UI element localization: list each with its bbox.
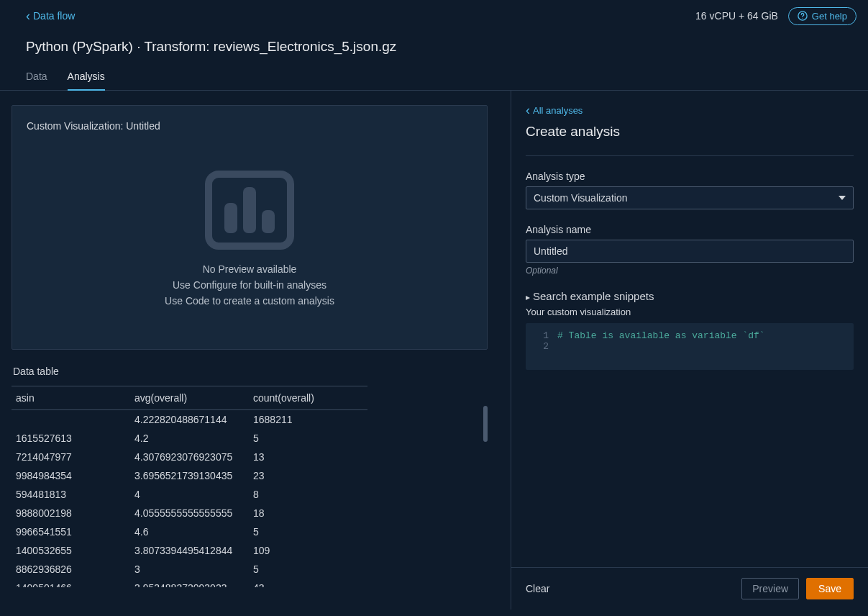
table-cell: 9888002198 (12, 504, 130, 522)
code-line-2: 2 (534, 341, 845, 352)
table-cell: 4.2 (130, 429, 249, 448)
top-bar: Data flow 16 vCPU + 64 GiB Get help (0, 0, 868, 26)
table-cell: 18 (249, 504, 367, 522)
svg-rect-5 (262, 210, 275, 233)
table-cell: 109 (249, 541, 367, 560)
scrollbar-thumb[interactable] (483, 406, 488, 442)
table-row[interactable]: 886293682635 (12, 560, 367, 579)
help-label: Get help (812, 11, 847, 22)
bar-chart-placeholder-icon (203, 167, 296, 253)
data-table-wrapper: asin avg(overall) count(overall) 4.22282… (12, 386, 488, 587)
col-count[interactable]: count(overall) (249, 386, 367, 410)
chevron-left-icon (526, 104, 530, 117)
search-snippets-toggle[interactable]: Search example snippets (526, 290, 854, 302)
table-row[interactable]: 72140479774.307692307692307513 (12, 448, 367, 466)
custom-viz-label: Your custom visualization (526, 307, 854, 317)
table-cell: 1615527613 (12, 429, 130, 448)
clear-button[interactable]: Clear (526, 583, 549, 594)
table-row[interactable]: 99849843543.695652173913043523 (12, 466, 367, 485)
caret-right-icon (526, 290, 530, 302)
svg-point-1 (802, 18, 803, 19)
optional-hint: Optional (526, 266, 854, 276)
no-preview-text: No Preview available (203, 263, 297, 275)
left-pane: Custom Visualization: Untitled No Previe… (0, 91, 511, 610)
code-editor[interactable]: 1 # Table is available as variable `df` … (526, 323, 854, 370)
right-pane: All analyses Create analysis Analysis ty… (511, 91, 868, 610)
all-analyses-label: All analyses (533, 105, 583, 116)
code-text: # Table is available as variable `df` (557, 330, 765, 341)
table-row[interactable]: 4.2228204886711441688211 (12, 410, 367, 430)
table-cell: 3.6956521739130435 (130, 466, 249, 485)
chevron-left-icon (26, 9, 30, 22)
col-avg[interactable]: avg(overall) (130, 386, 249, 410)
table-cell: 5 (249, 560, 367, 579)
tab-analysis[interactable]: Analysis (68, 71, 105, 91)
table-cell: 1400532655 (12, 541, 130, 560)
data-table: asin avg(overall) count(overall) 4.22282… (12, 386, 367, 587)
table-cell: 43 (249, 579, 367, 587)
analysis-type-value: Custom Visualization (534, 192, 627, 204)
code-line-1: 1 # Table is available as variable `df` (534, 330, 845, 341)
analysis-type-select[interactable]: Custom Visualization (526, 186, 854, 209)
table-cell: 3 (130, 560, 249, 579)
analysis-type-label: Analysis type (526, 171, 854, 182)
svg-rect-3 (224, 203, 237, 233)
preview-title: Custom Visualization: Untitled (27, 120, 472, 132)
table-row[interactable]: 98880021984.055555555555555518 (12, 504, 367, 522)
main-split: Custom Visualization: Untitled No Previe… (0, 91, 868, 610)
table-row[interactable]: 14005326553.8073394495412844109 (12, 541, 367, 560)
table-scrollbar[interactable] (483, 406, 488, 463)
table-cell: 4.6 (130, 522, 249, 541)
all-analyses-link[interactable]: All analyses (526, 104, 854, 117)
preview-button[interactable]: Preview (741, 578, 799, 599)
table-row[interactable]: 99665415514.65 (12, 522, 367, 541)
table-header-row: asin avg(overall) count(overall) (12, 386, 367, 410)
table-cell: 1400501466 (12, 579, 130, 587)
table-cell: 4.222820488671144 (130, 410, 249, 430)
table-cell: 3.953488372093023 (130, 579, 249, 587)
svg-rect-4 (243, 187, 256, 233)
table-row[interactable]: 14005014663.95348837209302343 (12, 579, 367, 587)
help-icon (798, 11, 808, 21)
line-number: 1 (534, 330, 549, 341)
tab-bar: Data Analysis (0, 55, 868, 91)
analysis-name-label: Analysis name (526, 224, 854, 235)
table-cell: 13 (249, 448, 367, 466)
table-cell (12, 410, 130, 430)
table-cell: 594481813 (12, 485, 130, 504)
table-row[interactable]: 59448181348 (12, 485, 367, 504)
resource-label: 16 vCPU + 64 GiB (695, 10, 778, 22)
table-cell: 3.8073394495412844 (130, 541, 249, 560)
table-row[interactable]: 16155276134.25 (12, 429, 367, 448)
top-right-group: 16 vCPU + 64 GiB Get help (695, 7, 856, 25)
table-cell: 7214047977 (12, 448, 130, 466)
preview-card: Custom Visualization: Untitled No Previe… (12, 105, 488, 350)
table-cell: 23 (249, 466, 367, 485)
preview-body: No Preview available Use Configure for b… (27, 139, 472, 335)
right-content: All analyses Create analysis Analysis ty… (511, 91, 868, 567)
table-cell: 8862936826 (12, 560, 130, 579)
page-title: Python (PySpark) · Transform: reviews_El… (0, 26, 868, 55)
divider (526, 155, 854, 156)
preview-hint-1: Use Configure for built-in analyses (173, 279, 326, 291)
save-button[interactable]: Save (806, 578, 854, 599)
back-to-data-flow-link[interactable]: Data flow (26, 9, 75, 22)
analysis-name-input[interactable] (526, 240, 854, 263)
table-cell: 9984984354 (12, 466, 130, 485)
chevron-down-icon (839, 196, 846, 200)
footer-buttons: Preview Save (741, 578, 854, 599)
table-cell: 4 (130, 485, 249, 504)
data-table-heading: Data table (13, 366, 488, 377)
right-footer: Clear Preview Save (511, 567, 868, 610)
line-number: 2 (534, 341, 549, 352)
table-cell: 4.3076923076923075 (130, 448, 249, 466)
table-cell: 4.0555555555555555 (130, 504, 249, 522)
table-cell: 9966541551 (12, 522, 130, 541)
table-cell: 1688211 (249, 410, 367, 430)
tab-data[interactable]: Data (26, 71, 47, 90)
get-help-button[interactable]: Get help (788, 7, 856, 25)
col-asin[interactable]: asin (12, 386, 130, 410)
table-cell: 5 (249, 522, 367, 541)
create-analysis-title: Create analysis (526, 124, 854, 150)
table-cell: 5 (249, 429, 367, 448)
